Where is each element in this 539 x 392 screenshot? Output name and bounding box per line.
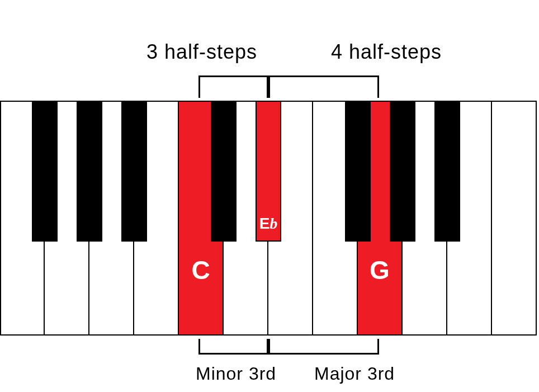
black-key-07 <box>390 101 415 242</box>
black-key-05-eb: Eb <box>256 101 281 242</box>
black-key-08 <box>434 101 460 242</box>
piano-keyboard: C G Eb <box>0 101 537 336</box>
caption-top-right: 4 half-steps <box>331 40 442 64</box>
bracket-bot-left <box>198 339 268 355</box>
note-label-eb-letter: E <box>259 215 270 232</box>
caption-bot-left: Minor 3rd <box>196 363 276 384</box>
caption-bot-right: Major 3rd <box>314 363 395 384</box>
black-key-03 <box>121 101 147 242</box>
note-label-g: G <box>358 255 401 285</box>
white-key-12 <box>492 101 537 336</box>
note-label-c: C <box>179 255 223 285</box>
note-label-eb-acc: b <box>270 215 277 232</box>
bracket-top-left <box>198 75 268 98</box>
black-key-04 <box>211 101 237 242</box>
black-key-06 <box>345 101 371 242</box>
caption-top-left: 3 half-steps <box>146 40 257 64</box>
note-label-eb: Eb <box>257 215 280 233</box>
black-key-02 <box>77 101 102 242</box>
bracket-bot-right <box>268 339 379 355</box>
bracket-top-right <box>268 75 379 98</box>
black-key-01 <box>32 101 58 242</box>
